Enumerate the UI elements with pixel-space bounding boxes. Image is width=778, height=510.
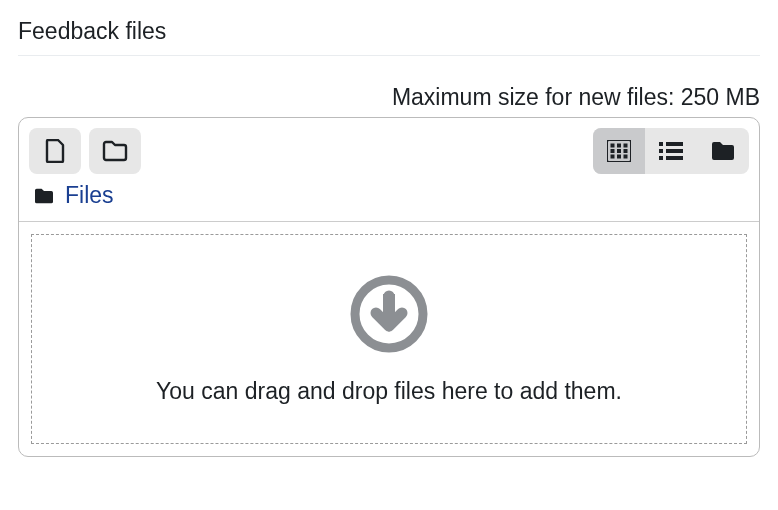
svg-rect-15	[666, 156, 683, 160]
grid-icon	[607, 140, 631, 162]
list-icon	[659, 141, 683, 161]
create-folder-button[interactable]	[89, 128, 141, 174]
svg-rect-4	[611, 149, 615, 153]
svg-rect-8	[617, 155, 621, 159]
svg-rect-11	[666, 142, 683, 146]
folder-solid-icon	[33, 187, 55, 205]
dropzone[interactable]: You can drag and drop files here to add …	[31, 234, 747, 444]
download-circle-icon	[349, 274, 429, 354]
svg-rect-6	[624, 149, 628, 153]
dropzone-hint: You can drag and drop files here to add …	[156, 378, 622, 405]
dropzone-container: You can drag and drop files here to add …	[19, 222, 759, 456]
max-size-label: Maximum size for new files: 250 MB	[18, 84, 760, 111]
folder-outline-icon	[102, 140, 128, 162]
svg-rect-17	[383, 294, 395, 318]
section-title: Feedback files	[18, 18, 760, 56]
svg-rect-2	[617, 144, 621, 148]
view-grid-button[interactable]	[593, 128, 645, 174]
file-picker: Files You can drag and drop files here t…	[18, 117, 760, 457]
view-tree-button[interactable]	[697, 128, 749, 174]
svg-rect-9	[624, 155, 628, 159]
svg-rect-5	[617, 149, 621, 153]
add-file-button[interactable]	[29, 128, 81, 174]
breadcrumb-root-link[interactable]: Files	[65, 182, 114, 209]
view-list-button[interactable]	[645, 128, 697, 174]
svg-rect-3	[624, 144, 628, 148]
svg-rect-7	[611, 155, 615, 159]
breadcrumb: Files	[19, 174, 759, 221]
svg-rect-14	[659, 156, 663, 160]
view-mode-group	[593, 128, 749, 174]
file-icon	[45, 139, 65, 163]
svg-rect-10	[659, 142, 663, 146]
toolbar	[19, 118, 759, 174]
svg-rect-1	[611, 144, 615, 148]
svg-rect-12	[659, 149, 663, 153]
folder-solid-icon	[710, 140, 736, 162]
svg-rect-13	[666, 149, 683, 153]
